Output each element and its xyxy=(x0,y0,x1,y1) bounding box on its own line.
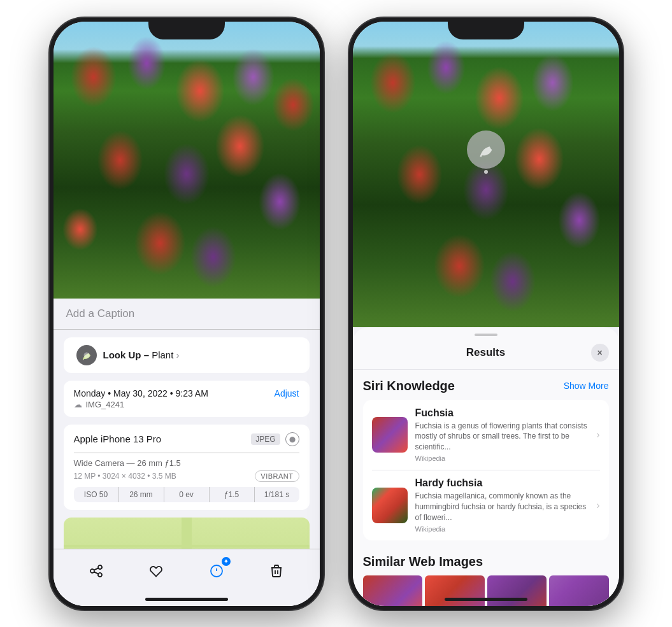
exif-aperture: ƒ1.5 xyxy=(210,487,255,502)
device-block: Apple iPhone 13 Pro JPEG ⬤ Wide Camera —… xyxy=(64,425,310,510)
caption-area[interactable]: Add a Caption xyxy=(54,299,320,330)
similar-image-3[interactable] xyxy=(487,575,547,606)
device-name: Apple iPhone 13 Pro xyxy=(74,433,162,444)
home-bar-right xyxy=(445,598,527,601)
filename-row: ☁ IMG_4241 xyxy=(74,400,299,409)
style-badge: VIBRANT xyxy=(255,470,299,482)
filename-text: IMG_4241 xyxy=(86,400,125,409)
fuchsia-source: Wikipedia xyxy=(415,454,589,462)
results-photo xyxy=(353,22,619,327)
drag-handle xyxy=(475,334,497,336)
results-panel: Results × Siri Knowledge Show More Fuchs… xyxy=(353,327,619,606)
knowledge-item-hardy[interactable]: Hardy fuchsia Fuchsia magellanica, commo… xyxy=(363,470,609,540)
camera-specs: Wide Camera — 26 mm ƒ1.5 xyxy=(74,458,299,468)
home-bar xyxy=(145,598,228,601)
similar-web-title: Similar Web Images xyxy=(363,554,483,569)
lookup-row[interactable]: Look Up – Plant › xyxy=(64,337,310,373)
similar-image-4[interactable] xyxy=(549,575,609,606)
hardy-info: Hardy fuchsia Fuchsia magellanica, commo… xyxy=(415,477,589,532)
similar-images-grid xyxy=(363,575,609,606)
left-phone: Add a Caption Look Up – Plant › xyxy=(50,18,324,610)
similar-web-section: Similar Web Images xyxy=(353,546,619,606)
camera-icon: ⬤ xyxy=(285,432,299,446)
siri-knowledge-title: Siri Knowledge xyxy=(363,379,455,393)
knowledge-item-fuchsia[interactable]: Fuchsia Fuchsia is a genus of flowering … xyxy=(363,400,609,470)
flower-image-right xyxy=(353,22,619,327)
lookup-text: Look Up – Plant › xyxy=(103,349,297,360)
flower-image xyxy=(54,22,320,299)
chevron-right-icon-2: › xyxy=(596,500,599,511)
knowledge-cards: Fuchsia Fuchsia is a genus of flowering … xyxy=(363,400,609,540)
similar-image-2[interactable] xyxy=(425,575,485,606)
delete-button[interactable] xyxy=(265,560,288,582)
exif-focal: 26 mm xyxy=(119,487,164,502)
photo-date: Monday • May 30, 2022 • 9:23 AM xyxy=(74,388,208,398)
results-title: Results xyxy=(381,346,591,359)
exif-row: ISO 50 26 mm 0 ev ƒ1.5 1/181 s xyxy=(74,487,299,502)
meta-block: Monday • May 30, 2022 • 9:23 AM Adjust ☁… xyxy=(64,381,310,417)
share-button[interactable] xyxy=(85,560,108,582)
cloud-icon: ☁ xyxy=(74,400,82,409)
format-badge: JPEG xyxy=(251,433,280,445)
hardy-description: Fuchsia magellanica, commonly known as t… xyxy=(415,491,589,523)
plant-icon xyxy=(76,345,97,365)
results-header: Results × xyxy=(353,340,619,370)
fuchsia-thumbnail xyxy=(372,417,408,453)
resolution-text: 12 MP • 3024 × 4032 • 3.5 MB xyxy=(74,472,176,481)
siri-dot xyxy=(484,170,488,174)
info-button-container[interactable]: ✦ xyxy=(205,560,228,582)
fuchsia-name: Fuchsia xyxy=(415,407,589,419)
exif-shutter: 1/181 s xyxy=(255,487,299,502)
chevron-right-icon: › xyxy=(596,429,599,440)
info-badge: ✦ xyxy=(222,557,231,566)
fuchsia-description: Fuchsia is a genus of flowering plants t… xyxy=(415,421,589,453)
hardy-thumbnail xyxy=(372,488,408,523)
siri-knowledge-section: Siri Knowledge Show More Fuchsia Fuchsia… xyxy=(353,370,619,546)
exif-ev: 0 ev xyxy=(164,487,210,502)
similar-image-1[interactable] xyxy=(363,575,423,606)
siri-circle xyxy=(467,130,505,169)
close-button[interactable]: × xyxy=(591,344,609,362)
fuchsia-info: Fuchsia Fuchsia is a genus of flowering … xyxy=(415,407,589,462)
hardy-name: Hardy fuchsia xyxy=(415,477,589,489)
photo-view xyxy=(54,22,320,299)
hardy-source: Wikipedia xyxy=(415,525,589,533)
right-phone: Results × Siri Knowledge Show More Fuchs… xyxy=(349,18,623,610)
caption-placeholder: Add a Caption xyxy=(66,307,135,320)
adjust-button[interactable]: Adjust xyxy=(275,388,299,398)
exif-iso: ISO 50 xyxy=(74,487,119,502)
favorite-button[interactable] xyxy=(145,560,168,582)
show-more-button[interactable]: Show More xyxy=(564,381,609,391)
